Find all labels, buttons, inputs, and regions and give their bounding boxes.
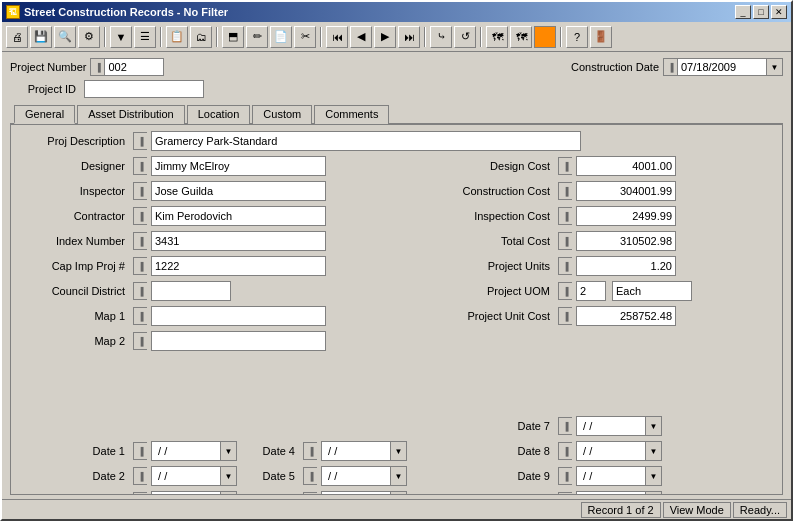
- construction-cost-row: Construction Cost ▐: [454, 180, 774, 202]
- date6-dropdown[interactable]: ▼: [391, 491, 407, 495]
- project-units-input[interactable]: [576, 256, 676, 276]
- council-district-label: Council District: [19, 285, 129, 297]
- council-district-input[interactable]: [151, 281, 231, 301]
- index-number-icon: ▐: [133, 232, 147, 250]
- map1-button[interactable]: 🗺: [486, 26, 508, 48]
- date9-label: Date 9: [454, 470, 554, 482]
- date9-input[interactable]: [576, 466, 646, 486]
- cap-imp-row: Cap Imp Proj # ▐: [19, 255, 434, 277]
- form-right: Design Cost ▐ Construction Cost ▐ In: [454, 155, 774, 495]
- date3-dropdown[interactable]: ▼: [221, 491, 237, 495]
- color-button[interactable]: [534, 26, 556, 48]
- total-cost-input[interactable]: [576, 231, 676, 251]
- date4-input[interactable]: [321, 441, 391, 461]
- inspector-input[interactable]: [151, 181, 326, 201]
- date2-dropdown[interactable]: ▼: [221, 466, 237, 486]
- date5-dropdown[interactable]: ▼: [391, 466, 407, 486]
- map2-input[interactable]: [151, 331, 326, 351]
- date8-row: Date 8 ▐ ▼: [454, 440, 774, 462]
- print-button[interactable]: 🖨: [6, 26, 28, 48]
- ready-status: Ready...: [740, 504, 780, 516]
- date7-dropdown[interactable]: ▼: [646, 416, 662, 436]
- find-button[interactable]: 🔍: [54, 26, 76, 48]
- date9-dropdown[interactable]: ▼: [646, 466, 662, 486]
- help-button[interactable]: ?: [566, 26, 588, 48]
- project-unit-cost-icon: ▐: [558, 307, 572, 325]
- exit-button[interactable]: 🚪: [590, 26, 612, 48]
- date3-input[interactable]: [151, 491, 221, 495]
- separator1: [104, 27, 106, 47]
- project-units-label: Project Units: [454, 260, 554, 272]
- tools-button[interactable]: ⚙: [78, 26, 100, 48]
- save-button[interactable]: 💾: [30, 26, 52, 48]
- filter2-button[interactable]: ☰: [134, 26, 156, 48]
- date7-input[interactable]: [576, 416, 646, 436]
- project-id-input[interactable]: [84, 80, 204, 98]
- project-uom-row: Project UOM ▐: [454, 280, 774, 302]
- map2-button[interactable]: 🗺: [510, 26, 532, 48]
- project-number-input[interactable]: [104, 58, 164, 76]
- tab-location[interactable]: Location: [187, 105, 251, 124]
- date5-input[interactable]: [321, 466, 391, 486]
- project-units-row: Project Units ▐: [454, 255, 774, 277]
- date2-row: Date 2 ▐ ▼ Date 5 ▐ ▼: [19, 465, 434, 487]
- contractor-input[interactable]: [151, 206, 326, 226]
- date8-icon: ▐: [558, 442, 572, 460]
- tab-comments[interactable]: Comments: [314, 105, 389, 124]
- inspection-cost-input[interactable]: [576, 206, 676, 226]
- new-button[interactable]: 📄: [270, 26, 292, 48]
- date1-dropdown[interactable]: ▼: [221, 441, 237, 461]
- date8-dropdown[interactable]: ▼: [646, 441, 662, 461]
- date1-input[interactable]: [151, 441, 221, 461]
- project-unit-cost-input[interactable]: [576, 306, 676, 326]
- close-button[interactable]: ✕: [771, 5, 787, 19]
- project-uom-input[interactable]: [576, 281, 606, 301]
- designer-input[interactable]: [151, 156, 326, 176]
- proj-description-input[interactable]: [151, 131, 581, 151]
- cap-imp-input[interactable]: [151, 256, 326, 276]
- nav-button[interactable]: 🗂: [190, 26, 212, 48]
- design-cost-input[interactable]: [576, 156, 676, 176]
- date10-input[interactable]: [576, 491, 646, 495]
- project-uom-text-input[interactable]: [612, 281, 692, 301]
- date10-row: Date 10 ▐ ▼: [454, 490, 774, 495]
- construction-cost-input[interactable]: [576, 181, 676, 201]
- cut-button[interactable]: ✂: [294, 26, 316, 48]
- edit-button[interactable]: ✏: [246, 26, 268, 48]
- view-button[interactable]: 📋: [166, 26, 188, 48]
- title-bar: 🏗 Street Construction Records - No Filte…: [2, 2, 791, 22]
- construction-date-input[interactable]: [677, 58, 767, 76]
- tab-custom[interactable]: Custom: [252, 105, 312, 124]
- construction-cost-icon: ▐: [558, 182, 572, 200]
- refresh-button[interactable]: ↺: [454, 26, 476, 48]
- maximize-button[interactable]: □: [753, 5, 769, 19]
- date2-input[interactable]: [151, 466, 221, 486]
- construction-date-dropdown[interactable]: ▼: [767, 58, 783, 76]
- filter-button[interactable]: ▼: [110, 26, 132, 48]
- project-number-label: Project Number: [10, 61, 86, 73]
- tab-asset-distribution[interactable]: Asset Distribution: [77, 105, 185, 124]
- copy-button[interactable]: ⬒: [222, 26, 244, 48]
- project-uom-icon: ▐: [558, 282, 572, 300]
- last-button[interactable]: ⏭: [398, 26, 420, 48]
- minimize-button[interactable]: _: [735, 5, 751, 19]
- prev-button[interactable]: ◀: [350, 26, 372, 48]
- index-number-input[interactable]: [151, 231, 326, 251]
- date8-input[interactable]: [576, 441, 646, 461]
- date10-dropdown[interactable]: ▼: [646, 491, 662, 495]
- jump-button[interactable]: ⤷: [430, 26, 452, 48]
- tab-general[interactable]: General: [14, 105, 75, 124]
- date10-icon: ▐: [558, 492, 572, 495]
- date5-icon: ▐: [303, 467, 317, 485]
- first-button[interactable]: ⏮: [326, 26, 348, 48]
- construction-date-label: Construction Date: [571, 61, 659, 73]
- date4-dropdown[interactable]: ▼: [391, 441, 407, 461]
- design-cost-icon: ▐: [558, 157, 572, 175]
- date6-input[interactable]: [321, 491, 391, 495]
- next-button[interactable]: ▶: [374, 26, 396, 48]
- map1-input[interactable]: [151, 306, 326, 326]
- record-info-panel: Record 1 of 2: [581, 502, 661, 518]
- project-id-label: Project ID: [10, 83, 80, 95]
- design-cost-row: Design Cost ▐: [454, 155, 774, 177]
- date7-row: Date 7 ▐ ▼: [454, 415, 774, 437]
